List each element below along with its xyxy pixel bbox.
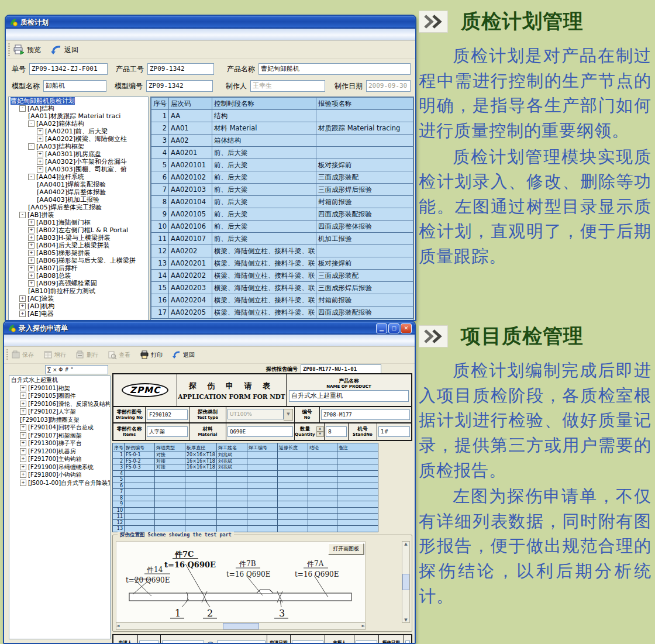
ndt-column-header[interactable]: 结论 [308,443,337,452]
open-paint-button[interactable]: 打开画图板 [328,543,364,555]
stand-no-input[interactable]: 1# [378,426,410,437]
scroll-thumb[interactable] [223,623,259,629]
plan-tree-node[interactable]: +[AB08]总装 [9,272,148,280]
ndt-table-row[interactable]: 12 [113,519,378,526]
plan-tree-node[interactable]: +[AB03]H-梁与上横梁拼装 [9,234,148,242]
plan-tree-node[interactable]: [AA01]材质跟踪 Material traci [9,112,148,120]
back-button[interactable]: 返回 [172,350,195,360]
part-tree-node[interactable]: +[F290105]圈圆件 [9,392,110,400]
plan-table-row[interactable]: 10AA020106前、后大梁四面成形整体报验 [151,221,413,233]
plan-tree-node[interactable]: +[AB07]后撑杆 [9,264,148,272]
scroll-down-icon[interactable]: ▼ [404,618,407,622]
plan-tree-node[interactable]: +[AA0301]机房底盘 [9,150,148,158]
part-tree-node[interactable]: +[F291700]主钩钩箱 [9,455,110,463]
ndt-column-header[interactable]: 焊工姓名 [217,443,247,452]
minimize-button[interactable]: ▁ [376,323,387,333]
expand-icon[interactable]: + [20,471,26,478]
part-tree-node[interactable]: +[F291800]小钩钩箱 [9,471,110,479]
plan-table-row[interactable]: 5AA020101前、后大梁板对接焊前 [151,159,413,171]
expand-icon[interactable]: + [28,265,35,271]
part-tree-node[interactable]: +[F290107]桁架搁架 [9,432,110,440]
plan-tree-node[interactable]: +[AA0302]小车架和分岔漏斗 [9,158,148,166]
ndt-table-row[interactable]: 6 [113,483,378,489]
expand-icon[interactable]: + [28,242,35,249]
plan-tree-node[interactable]: +[AA0202]横梁、海陆侧立柱 [9,135,148,143]
ndt-column-header[interactable]: 焊缝类型 [155,443,185,452]
preview-button[interactable]: 预览 [13,44,41,55]
expand-icon[interactable]: + [37,128,43,135]
plan-tree-node[interactable]: -[AB]拼装 [9,211,148,219]
inspected-by-input[interactable] [356,640,377,644]
plan-tree-node[interactable]: +[AA0201]前、后大梁 [9,128,148,135]
plan-column-header[interactable]: 层次码 [169,98,212,110]
expand-icon[interactable]: + [28,250,35,256]
plan-table-row[interactable]: 16AA020204横梁、海陆侧立柱、接料斗梁、联封箱前报验 [151,294,413,306]
part-tree-node[interactable]: 自升式水上起重机 [9,376,110,384]
plan-tree-node[interactable]: -[AA04]拉杆系统 [9,173,148,181]
close-button[interactable]: ✕ [401,323,412,333]
plan-tree-node[interactable]: 曹妃甸卸船机质检计划 [9,97,148,105]
plan-tree-node[interactable]: +[AB05]梯形架拼装 [9,249,148,257]
expand-icon[interactable]: + [19,311,26,317]
tree-filter-input[interactable]: ∑ × Φ # ° [45,365,108,374]
plan-table-row[interactable]: 15AA020203横梁、海陆侧立柱、接料斗梁、联三面成形焊后报验 [151,282,413,294]
expand-icon[interactable]: + [28,280,35,287]
plan-table-row[interactable]: 4AA0201前、后大梁 [151,147,413,159]
ndt-column-header[interactable]: 板厚直径 [185,443,217,452]
material-input[interactable]: Q690E [227,426,293,437]
test-type-combo[interactable]: UT100% ▼ [227,409,293,421]
plan-tree-node[interactable]: [AA0401]焊前装配报验 [9,181,148,188]
plan-table-row[interactable]: 11AA020107前、后大梁机加工报验 [151,233,413,245]
expand-icon[interactable]: + [28,235,35,241]
product-input[interactable]: 自升式水上起重机 [289,390,409,402]
scroll-right-icon[interactable]: ► [362,624,365,628]
expand-icon[interactable]: + [37,151,43,157]
plan-column-header[interactable]: 报验项名称 [316,98,413,110]
quantity-input[interactable]: 8 [326,426,347,437]
expand-icon[interactable]: + [28,219,35,226]
items-input[interactable]: 人字架 [147,426,188,437]
collapse-icon[interactable]: - [19,105,26,112]
ndt-table-row[interactable]: 11 [113,514,378,520]
plan-tree-node[interactable]: +[AB01]海陆侧门框 [9,219,148,226]
part-tree-node[interactable]: +[F290104]回转平台总成 [9,423,110,432]
part-tree-node[interactable]: +[F291200]机器房 [9,447,110,456]
plan-tree-node[interactable]: [AA0403]机加工报验 [9,196,148,204]
part-tree-node[interactable]: +[F290102]人字架 [9,408,110,416]
drawing-no-input[interactable]: F290102 [147,409,188,420]
expand-icon[interactable]: + [20,401,26,407]
expand-icon[interactable]: + [19,295,26,302]
horizontal-scrollbar[interactable]: ◄► [116,622,366,630]
ndt-table-row[interactable]: 5 [113,477,378,483]
plan-tree-node[interactable]: -[AA02]箱体结构 [9,120,148,128]
scroll-left-icon[interactable]: ◄ [116,624,119,628]
picker-button[interactable] [206,642,215,644]
scroll-thumb[interactable] [402,574,409,590]
plan-column-header[interactable]: 序号 [151,98,169,110]
order-no-input[interactable]: ZP09-1342-ZJ-F001 [29,63,108,75]
expand-icon[interactable]: + [28,257,35,264]
expand-icon[interactable]: + [20,464,26,470]
part-tree-node[interactable]: [F290103]防撞圈支架 [9,416,110,424]
ndt-table-row[interactable]: 7 [113,489,378,495]
quantity-stepper[interactable]: ▲▼ [316,426,324,437]
plan-tree-node[interactable]: [AB10]前拉杆应力测试 [9,287,148,295]
plan-table-row[interactable]: 12AA0202横梁、海陆侧立柱、接料斗梁、联 [151,245,413,257]
expand-icon[interactable]: + [28,227,35,233]
collapse-icon[interactable]: - [28,143,35,150]
expand-icon[interactable]: + [28,273,35,279]
ndt-table-row[interactable]: 13 [113,526,378,532]
test-date-input[interactable] [405,640,410,644]
ndt-column-header[interactable]: 返修长度 [278,443,308,452]
ndt-table-row[interactable]: 10 [113,507,378,514]
plan-tree-node[interactable]: +[AB09]高强螺栓紧固 [9,280,148,287]
ndt-column-header[interactable]: 备注 [337,443,378,452]
apply-date-input[interactable]: 2009-10-19 [292,640,323,644]
dept-input[interactable]: 钢构一部 [217,640,266,644]
plan-tree-node[interactable]: -[AA]结构 [9,105,148,112]
ndt-table-row[interactable]: 4 [113,470,378,477]
expand-icon[interactable]: + [20,424,26,431]
ndt-column-header[interactable]: 探伤编号 [125,443,155,452]
plan-tree-node[interactable]: +[AB02]左右侧门框L & R Portal [9,226,148,234]
back-button[interactable]: 返回 [50,44,78,55]
